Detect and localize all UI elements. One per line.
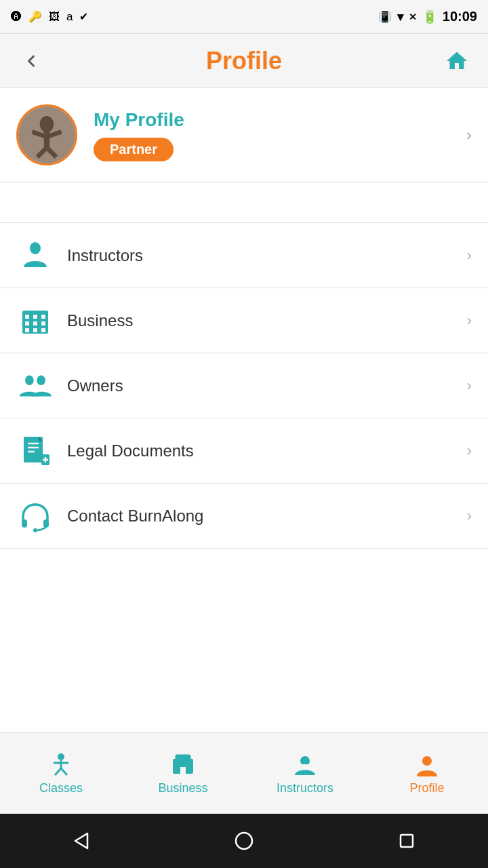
back-system-button[interactable] (68, 827, 95, 854)
instructors-chevron-icon: › (467, 247, 472, 264)
svg-rect-36 (302, 764, 308, 770)
recents-system-button[interactable] (393, 827, 420, 854)
page-title: Profile (206, 47, 282, 75)
legal-icon (16, 432, 54, 469)
nav-item-classes[interactable]: Classes (0, 751, 122, 795)
svg-line-31 (61, 768, 67, 775)
nav-label-business-bottom: Business (158, 781, 207, 795)
svg-rect-10 (33, 315, 37, 319)
business-icon (16, 302, 54, 339)
svg-point-19 (37, 375, 45, 385)
menu-item-instructors[interactable]: Instructors › (0, 223, 488, 288)
system-nav (0, 814, 488, 868)
svg-rect-34 (180, 767, 186, 774)
svg-rect-13 (33, 321, 37, 326)
profile-name: My Profile (94, 109, 450, 131)
svg-point-26 (33, 528, 37, 532)
avatar-wrapper (16, 104, 77, 165)
menu-item-legal-documents[interactable]: Legal Documents › (0, 418, 488, 484)
svg-point-27 (58, 753, 64, 760)
contact-icon (16, 497, 54, 534)
content-spacer (0, 549, 488, 732)
amazon-icon: 🅐 (11, 11, 22, 23)
svg-point-39 (236, 833, 252, 849)
svg-point-18 (25, 375, 34, 385)
back-button[interactable] (16, 46, 46, 76)
avatar (16, 104, 77, 165)
nav-item-business-bottom[interactable]: Business (122, 751, 244, 795)
profile-section[interactable]: My Profile Partner › (0, 88, 488, 182)
business-nav-icon (169, 751, 197, 778)
nav-item-instructors-bottom[interactable]: Instructors (244, 751, 366, 795)
time-display: 10:09 (443, 9, 477, 24)
menu-item-owners[interactable]: Owners › (0, 353, 488, 418)
check-icon: ✔ (79, 10, 88, 23)
business-chevron-icon: › (467, 312, 472, 330)
classes-nav-icon (47, 751, 75, 778)
svg-point-1 (40, 116, 54, 132)
menu-label-contact: Contact BurnAlong (67, 507, 453, 526)
profile-info: My Profile Partner (94, 109, 450, 161)
instructor-icon (16, 237, 54, 274)
svg-rect-24 (22, 519, 27, 528)
profile-nav-icon (413, 751, 441, 778)
svg-point-7 (30, 242, 41, 254)
profile-chevron-icon: › (466, 125, 472, 144)
svg-rect-9 (25, 315, 29, 319)
svg-rect-40 (401, 835, 413, 847)
svg-rect-11 (41, 315, 45, 319)
home-button[interactable] (442, 46, 472, 76)
main-content: My Profile Partner › Instructors › (0, 88, 488, 732)
svg-rect-17 (41, 328, 45, 332)
svg-point-35 (300, 756, 310, 766)
gallery-icon: 🖼 (49, 11, 60, 23)
status-bar: 🅐 🔑 🖼 a ✔ 📳 ▾ ✕ 🔋 10:09 (0, 0, 488, 34)
partner-badge: Partner (94, 138, 174, 161)
svg-rect-12 (25, 321, 29, 326)
menu-label-legal: Legal Documents (67, 441, 453, 460)
svg-point-37 (422, 756, 432, 766)
nav-label-instructors-bottom: Instructors (277, 781, 333, 795)
menu-item-business[interactable]: Business › (0, 288, 488, 353)
legal-chevron-icon: › (467, 442, 472, 460)
nav-label-classes: Classes (39, 781, 83, 795)
nav-label-profile-bottom: Profile (409, 781, 444, 795)
menu-label-instructors: Instructors (67, 246, 453, 265)
nav-item-profile-bottom[interactable]: Profile (366, 751, 488, 795)
key-icon: 🔑 (28, 10, 42, 23)
svg-rect-14 (41, 321, 45, 326)
bottom-nav: Classes Business Instructors (0, 732, 488, 814)
status-bar-right: 📳 ▾ ✕ 🔋 10:09 (378, 9, 477, 24)
vibrate-icon: 📳 (378, 10, 392, 23)
svg-rect-15 (25, 328, 29, 332)
wifi-icon: ▾ (397, 9, 403, 24)
menu-list: Instructors › Business › (0, 223, 488, 549)
spacer (0, 182, 488, 223)
top-bar: Profile (0, 34, 488, 88)
svg-rect-33 (176, 755, 190, 760)
owners-icon (16, 367, 54, 404)
menu-label-business: Business (67, 311, 453, 330)
signal-icon: ✕ (409, 12, 417, 22)
instructors-nav-icon (291, 751, 319, 778)
owners-chevron-icon: › (467, 377, 472, 395)
menu-item-contact[interactable]: Contact BurnAlong › (0, 484, 488, 549)
status-bar-icons: 🅐 🔑 🖼 a ✔ (11, 10, 88, 24)
battery-icon: 🔋 (422, 9, 437, 24)
svg-rect-16 (33, 328, 37, 332)
menu-label-owners: Owners (67, 376, 453, 395)
svg-marker-38 (75, 833, 87, 848)
svg-line-30 (55, 768, 61, 775)
amazon2-icon: a (66, 10, 73, 24)
contact-chevron-icon: › (467, 507, 472, 525)
home-system-button[interactable] (230, 827, 258, 854)
